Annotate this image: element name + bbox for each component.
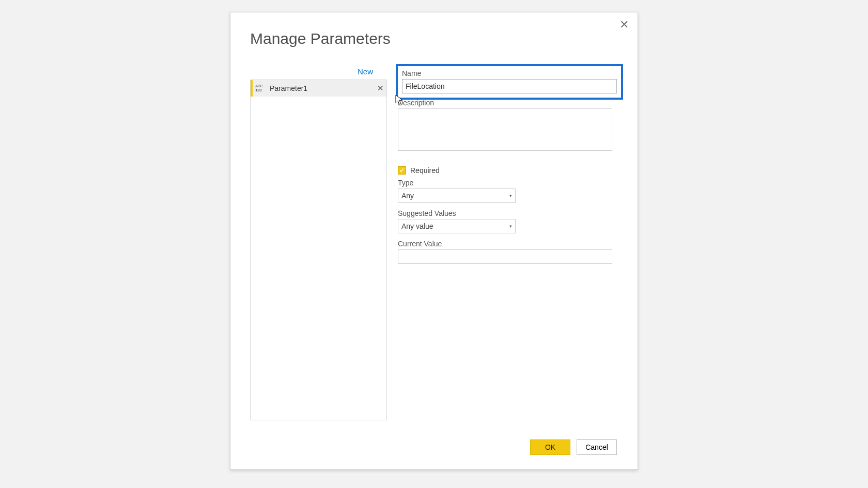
dialog-button-row: OK Cancel [530, 439, 617, 455]
suggested-values-dropdown[interactable]: Any value ▾ [398, 219, 516, 233]
chevron-down-icon: ▾ [509, 193, 512, 198]
cancel-button[interactable]: Cancel [577, 439, 617, 455]
close-icon[interactable]: ✕ [617, 18, 631, 32]
type-label: Type [398, 179, 623, 187]
parameter-form: Name Description ✓ Required Type Any ▾ S… [396, 64, 623, 270]
current-value-label: Current Value [398, 240, 623, 248]
ok-button[interactable]: OK [530, 439, 570, 455]
description-label: Description [398, 99, 623, 107]
required-checkbox[interactable]: ✓ [398, 166, 406, 175]
any-type-icon: ABC 123 [255, 84, 267, 92]
current-value-input[interactable] [398, 249, 612, 264]
dialog-title: Manage Parameters [250, 30, 391, 48]
description-input[interactable] [398, 108, 612, 151]
type-dropdown[interactable]: Any ▾ [398, 188, 516, 203]
delete-parameter-icon[interactable]: ✕ [374, 84, 386, 93]
type-dropdown-value: Any [401, 192, 414, 200]
suggested-values-dropdown-value: Any value [401, 222, 433, 230]
parameter-list-item[interactable]: ABC 123 Parameter1 ✕ [251, 80, 386, 97]
parameter-item-label: Parameter1 [267, 84, 374, 92]
name-input[interactable] [402, 79, 617, 93]
required-label: Required [410, 166, 440, 175]
parameter-list: ABC 123 Parameter1 ✕ [250, 80, 387, 420]
name-field-highlight: Name [396, 64, 623, 100]
required-checkbox-row[interactable]: ✓ Required [398, 166, 623, 175]
manage-parameters-dialog: ✕ Manage Parameters New ABC 123 Paramete… [230, 12, 638, 470]
chevron-down-icon: ▾ [509, 224, 512, 229]
name-label: Name [402, 69, 617, 77]
new-parameter-link[interactable]: New [358, 67, 373, 76]
suggested-values-label: Suggested Values [398, 209, 623, 217]
